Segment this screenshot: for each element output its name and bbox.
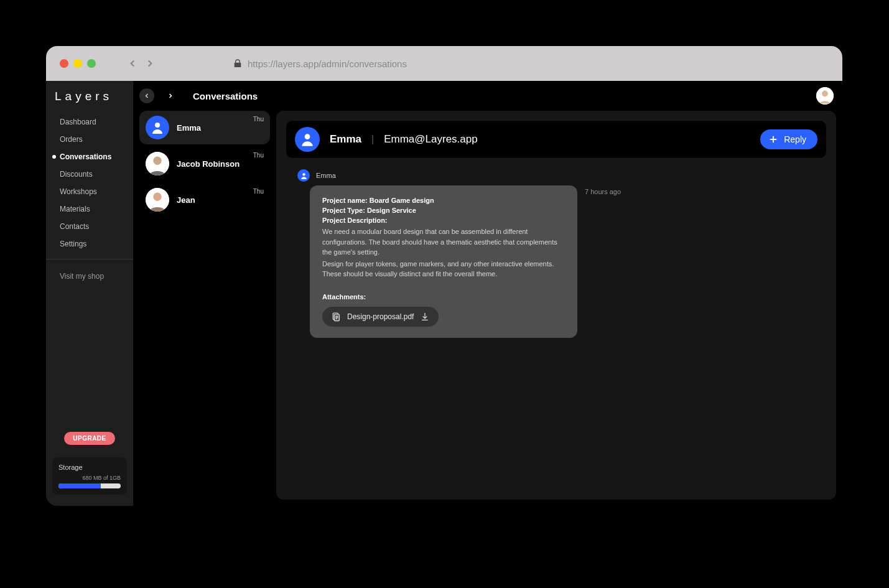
chevron-left-icon (143, 92, 151, 100)
avatar-icon (816, 87, 834, 105)
visit-shop-link[interactable]: Visit my shop (46, 266, 133, 287)
page-header: Conversations (133, 81, 842, 111)
browser-back-icon[interactable] (127, 58, 138, 69)
sidebar-item-dashboard[interactable]: Dashboard (46, 113, 133, 131)
lock-icon (233, 58, 243, 68)
sender-avatar-icon (297, 169, 310, 182)
url-text: https://layers.app/admin/conversations (248, 58, 407, 69)
attachment-name: Design-proposal.pdf (347, 312, 414, 321)
conversation-time: Thu (253, 116, 264, 123)
conversation-name: Jacob Robinson (177, 159, 240, 169)
svg-point-2 (155, 123, 160, 128)
contact-avatar (295, 127, 320, 152)
message-sender: Emma (297, 169, 826, 182)
detail-header: Emma | Emma@Layres.app Reply (286, 121, 826, 158)
sidebar-divider (46, 259, 133, 259)
page-title: Conversations (193, 91, 258, 101)
conversation-item-jean[interactable]: Jean Thu (139, 183, 270, 217)
message-description-2: Design for player tokens, game markers, … (322, 259, 565, 279)
page-back-button[interactable] (139, 88, 154, 103)
message-description-1: We need a modular board design that can … (322, 226, 565, 258)
separator: | (371, 134, 374, 145)
avatar-icon (146, 188, 169, 212)
browser-forward-icon[interactable] (144, 58, 156, 69)
svg-point-7 (305, 134, 310, 139)
page-forward-button[interactable] (163, 88, 178, 103)
storage-card: Storage 680 MB of 1GB (52, 457, 127, 495)
upgrade-button[interactable]: UPGRADE (64, 432, 115, 445)
chevron-right-icon (167, 92, 174, 100)
message-area: Emma Project name: Board Game design Pro… (276, 158, 836, 349)
sidebar-item-contacts[interactable]: Contacts (46, 218, 133, 235)
browser-window: https://layers.app/admin/conversations L… (46, 46, 842, 506)
sender-name: Emma (316, 172, 336, 179)
avatar-icon (146, 116, 169, 139)
conversation-detail: Emma | Emma@Layres.app Reply (276, 111, 836, 500)
storage-title: Storage (58, 464, 121, 471)
sidebar-item-orders[interactable]: Orders (46, 131, 133, 148)
close-window-button[interactable] (60, 59, 68, 68)
reply-label: Reply (784, 134, 806, 144)
main-area: Conversations (133, 81, 842, 506)
sidebar-item-conversations[interactable]: Conversations (46, 148, 133, 166)
svg-point-1 (822, 91, 828, 97)
contact-name: Emma (330, 133, 361, 146)
svg-point-6 (153, 193, 161, 201)
svg-point-4 (153, 157, 161, 165)
reply-button[interactable]: Reply (760, 129, 817, 149)
conversation-name: Emma (177, 123, 201, 133)
svg-point-10 (302, 173, 305, 175)
document-icon (331, 312, 341, 322)
conversation-item-emma[interactable]: Emma Thu (139, 111, 270, 144)
message-time: 7 hours ago (585, 185, 621, 195)
contact-email: Emma@Layres.app (384, 133, 478, 146)
download-icon[interactable] (420, 312, 430, 322)
window-controls (60, 59, 96, 68)
conversation-name: Jean (177, 195, 195, 205)
minimize-window-button[interactable] (73, 59, 82, 68)
sidebar-nav: Dashboard Orders Conversations Discounts… (46, 113, 133, 253)
sidebar: Layers Dashboard Orders Conversations Di… (46, 81, 133, 506)
storage-subtitle: 680 MB of 1GB (58, 475, 121, 481)
storage-fill (58, 483, 101, 488)
attachments-label: Attachments: (322, 293, 565, 301)
plus-icon (768, 134, 779, 145)
brand-logo: Layers (46, 81, 133, 110)
maximize-window-button[interactable] (87, 59, 96, 68)
attachment-chip[interactable]: Design-proposal.pdf (322, 307, 439, 327)
message-card: Project name: Board Game design Project … (310, 185, 577, 338)
browser-nav (127, 58, 156, 69)
sidebar-item-materials[interactable]: Materials (46, 200, 133, 218)
browser-titlebar: https://layers.app/admin/conversations (46, 46, 842, 81)
conversation-time: Thu (253, 152, 264, 159)
user-avatar[interactable] (816, 87, 834, 105)
sidebar-item-workshops[interactable]: Workshops (46, 183, 133, 200)
sidebar-item-settings[interactable]: Settings (46, 235, 133, 253)
address-bar[interactable]: https://layers.app/admin/conversations (233, 58, 407, 69)
storage-bar (58, 483, 121, 488)
sidebar-item-discounts[interactable]: Discounts (46, 166, 133, 183)
conversation-time: Thu (253, 188, 264, 195)
conversation-list: Emma Thu Jacob Robinson Thu (139, 111, 270, 500)
avatar-icon (146, 152, 169, 175)
conversation-item-jacob[interactable]: Jacob Robinson Thu (139, 147, 270, 180)
